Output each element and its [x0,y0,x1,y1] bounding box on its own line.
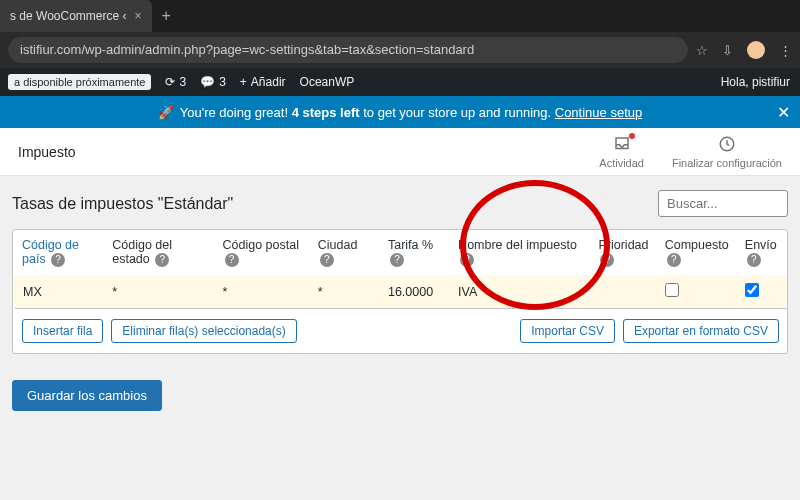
clock-icon [718,135,736,155]
table-header-row: Código de país ? Código del estado ? Cód… [14,230,787,275]
refresh-icon: ⟳ [165,75,175,89]
help-icon[interactable]: ? [600,253,614,267]
shipping-checkbox[interactable] [745,283,759,297]
content-area: Tasas de impuestos "Estándar" Código de … [0,176,800,425]
plus-icon: + [240,75,247,89]
tab-title: s de WooCommerce ‹ [10,9,126,23]
comment-icon: 💬 [200,75,215,89]
continue-setup-link[interactable]: Continue setup [555,105,642,120]
import-csv-button[interactable]: Importar CSV [520,319,615,343]
url-text: istifiur.com/wp-admin/admin.php?page=wc-… [20,42,474,57]
col-priority: Prioridad [598,238,648,252]
col-shipping: Envío [745,238,777,252]
cell-postal[interactable]: * [215,275,310,309]
remove-rows-button[interactable]: Eliminar fila(s) seleccionada(s) [111,319,296,343]
section-heading: Tasas de impuestos "Estándar" [12,195,233,213]
page-title: Impuesto [18,144,76,160]
search-input[interactable] [658,190,788,217]
profile-avatar-icon[interactable] [747,41,765,59]
activity-button[interactable]: Actividad [599,135,644,169]
activity-label: Actividad [599,157,644,169]
page-header: Impuesto Actividad Finalizar configuraci… [0,128,800,176]
help-icon[interactable]: ? [390,253,404,267]
star-icon[interactable]: ☆ [696,43,708,58]
help-icon[interactable]: ? [320,253,334,267]
new-tab-button[interactable]: + [152,7,181,25]
address-bar-row: istifiur.com/wp-admin/admin.php?page=wc-… [0,32,800,68]
theme-link[interactable]: OceanWP [300,75,355,89]
cell-priority[interactable] [590,275,656,309]
browser-chrome: s de WooCommerce ‹ × + istifiur.com/wp-a… [0,0,800,68]
close-icon[interactable]: ✕ [777,103,790,122]
inbox-icon [613,135,631,155]
howdy-user[interactable]: Hola, pistifiur [721,75,790,89]
finalize-label: Finalizar configuración [672,157,782,169]
close-icon[interactable]: × [134,9,141,23]
compound-checkbox[interactable] [665,283,679,297]
col-rate: Tarifa % [388,238,433,252]
setup-progress-banner: 🚀 You're doing great! 4 steps left to ge… [0,96,800,128]
coming-soon-badge: a disponible próximamente [8,74,151,90]
cell-city[interactable]: * [310,275,380,309]
rocket-icon: 🚀 [158,105,174,120]
export-csv-button[interactable]: Exportar en formato CSV [623,319,779,343]
cell-compound [657,275,737,309]
cell-shipping [737,275,787,309]
help-icon[interactable]: ? [460,253,474,267]
table-row[interactable]: MX * * * 16.0000 IVA [14,275,787,309]
cell-tax-name[interactable]: IVA [450,275,590,309]
kebab-menu-icon[interactable]: ⋮ [779,43,792,58]
col-compound: Compuesto [665,238,729,252]
cell-state[interactable]: * [104,275,214,309]
browser-tab-active[interactable]: s de WooCommerce ‹ × [0,0,152,32]
help-icon[interactable]: ? [51,253,65,267]
add-new-link[interactable]: +Añadir [240,75,286,89]
help-icon[interactable]: ? [667,253,681,267]
banner-tail: to get your store up and running. [363,105,551,120]
help-icon[interactable]: ? [155,253,169,267]
wp-admin-bar: a disponible próximamente ⟳3 💬3 +Añadir … [0,68,800,96]
tax-rates-table: Código de país ? Código del estado ? Cód… [12,229,788,354]
notification-dot-icon [629,133,635,139]
comments-link[interactable]: 💬3 [200,75,226,89]
banner-lead: You're doing great! [180,105,288,120]
browser-tabs: s de WooCommerce ‹ × + [0,0,800,32]
help-icon[interactable]: ? [747,253,761,267]
col-postal: Código postal [223,238,299,252]
finalize-button[interactable]: Finalizar configuración [672,135,782,169]
col-tax-name: Nombre del impuesto [458,238,577,252]
col-city: Ciudad [318,238,358,252]
banner-steps-left: 4 steps left [292,105,360,120]
cell-country[interactable]: MX [14,275,104,309]
cell-rate[interactable]: 16.0000 [380,275,450,309]
help-icon[interactable]: ? [225,253,239,267]
download-icon[interactable]: ⇩ [722,43,733,58]
save-changes-button[interactable]: Guardar los cambios [12,380,162,411]
insert-row-button[interactable]: Insertar fila [22,319,103,343]
updates-link[interactable]: ⟳3 [165,75,186,89]
address-bar[interactable]: istifiur.com/wp-admin/admin.php?page=wc-… [8,37,688,63]
